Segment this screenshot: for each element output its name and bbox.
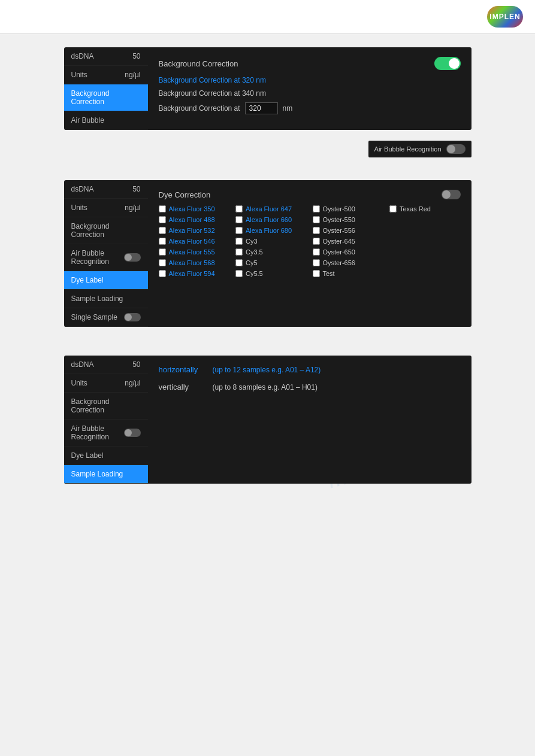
background-correction-row: Background Correction — [159, 57, 461, 70]
dye-alexa647: Alexa Fluor 647 — [235, 205, 307, 212]
dye-alexa546: Alexa Fluor 546 — [159, 238, 230, 245]
air-bubble-bar: Air Bubble Recognition — [64, 141, 471, 157]
checkbox-alexa350[interactable] — [159, 205, 166, 212]
checkbox-oyster550[interactable] — [313, 216, 320, 223]
dye-alexa350: Alexa Fluor 350 — [159, 205, 230, 212]
panel-dye-label: dsDNA 50 Units ng/µl Background Correcti… — [64, 180, 471, 327]
sidebar2-dsdna[interactable]: dsDNA 50 — [64, 180, 148, 199]
sidebar2-singlesample[interactable]: Single Sample — [64, 308, 148, 327]
dye-oyster650: Oyster-650 — [313, 248, 384, 256]
dye-empty3 — [389, 238, 461, 245]
sidebar3-units[interactable]: Units ng/µl — [64, 374, 148, 393]
dye-empty2 — [389, 227, 461, 234]
checkbox-test[interactable] — [313, 270, 320, 277]
checkbox-cy3[interactable] — [235, 238, 243, 245]
sidebar-panel3: dsDNA 50 Units ng/µl Background Correcti… — [64, 356, 148, 484]
sidebar2-background[interactable]: Background Correction — [64, 217, 148, 244]
sidebar-item-units[interactable]: Units ng/µl — [64, 66, 148, 84]
implen-logo: IMPLEN — [487, 6, 523, 28]
dye-empty5 — [389, 259, 461, 266]
checkbox-alexa568[interactable] — [159, 259, 166, 266]
checkbox-alexa488[interactable] — [159, 216, 166, 223]
header: IMPLEN — [0, 0, 535, 34]
correction-text-340: Background Correction at 340 nm — [159, 89, 461, 98]
checkbox-texasred[interactable] — [389, 205, 397, 212]
sidebar3-dyelabel[interactable]: Dye Label — [64, 447, 148, 465]
checkbox-oyster645[interactable] — [313, 238, 320, 245]
dye-empty1 — [389, 216, 461, 223]
air-bubble-toggle[interactable] — [446, 144, 466, 154]
sample-horizontal-row: horizontally (up to 12 samples e.g. A01 … — [159, 365, 461, 374]
sidebar3-airbubble[interactable]: Air Bubble Recognition — [64, 420, 148, 447]
sidebar2-dyelabel[interactable]: Dye Label — [64, 271, 148, 290]
dye-oyster556: Oyster-556 — [313, 227, 384, 234]
correction-link-320[interactable]: Background Correction at 320 nm — [159, 76, 461, 84]
sidebar-panel1: dsDNA 50 Units ng/µl Background Correcti… — [64, 47, 148, 130]
dye-cy3: Cy3 — [235, 238, 307, 245]
panel-background-correction: dsDNA 50 Units ng/µl Background Correcti… — [64, 47, 471, 130]
sidebar3-sampleloading[interactable]: Sample Loading — [64, 465, 148, 484]
dye-oyster500: Oyster-500 — [313, 205, 384, 212]
dye-alexa488: Alexa Fluor 488 — [159, 216, 230, 223]
dye-alexa555: Alexa Fluor 555 — [159, 248, 230, 256]
checkbox-cy35[interactable] — [235, 248, 243, 256]
background-correction-toggle[interactable] — [434, 57, 461, 70]
sidebar3-dsdna[interactable]: dsDNA 50 — [64, 356, 148, 374]
checkbox-oyster656[interactable] — [313, 259, 320, 266]
sidebar-item-airbubble[interactable]: Air Bubble — [64, 111, 148, 130]
sidebar-panel2: dsDNA 50 Units ng/µl Background Correcti… — [64, 180, 148, 327]
checkbox-alexa555[interactable] — [159, 248, 166, 256]
sidebar3-background[interactable]: Background Correction — [64, 393, 148, 420]
dye-texasred: Texas Red — [389, 205, 461, 212]
checkbox-cy55[interactable] — [235, 270, 243, 277]
dye-test: Test — [313, 270, 384, 277]
dye-alexa568: Alexa Fluor 568 — [159, 259, 230, 266]
checkbox-alexa532[interactable] — [159, 227, 166, 234]
main-panel3: horizontally (up to 12 samples e.g. A01 … — [148, 356, 471, 484]
dye-cy5: Cy5 — [235, 259, 307, 266]
dye-oyster645: Oyster-645 — [313, 238, 384, 245]
checkbox-alexa660[interactable] — [235, 216, 243, 223]
sidebar3-airbubble-toggle[interactable] — [124, 429, 141, 437]
dye-alexa660: Alexa Fluor 660 — [235, 216, 307, 223]
dye-cy35: Cy3.5 — [235, 248, 307, 256]
checkbox-oyster500[interactable] — [313, 205, 320, 212]
desc-horizontal: (up to 12 samples e.g. A01 – A12) — [213, 366, 321, 374]
nm-input[interactable] — [245, 102, 278, 114]
correction-custom-row: Background Correction at nm — [159, 102, 461, 114]
dye-correction-toggle[interactable] — [442, 190, 461, 199]
air-bubble-box: Air Bubble Recognition — [368, 141, 471, 157]
dye-oyster550: Oyster-550 — [313, 216, 384, 223]
dye-alexa680: Alexa Fluor 680 — [235, 227, 307, 234]
sidebar2-airbubble-toggle[interactable] — [124, 253, 141, 262]
sidebar2-sampleloading[interactable]: Sample Loading — [64, 290, 148, 308]
dye-alexa532: Alexa Fluor 532 — [159, 227, 230, 234]
checkbox-alexa647[interactable] — [235, 205, 243, 212]
dye-grid: Alexa Fluor 350 Alexa Fluor 647 Oyster-5… — [159, 205, 461, 277]
checkbox-alexa680[interactable] — [235, 227, 243, 234]
sidebar2-singlesample-toggle[interactable] — [124, 313, 141, 321]
checkbox-alexa594[interactable] — [159, 270, 166, 277]
direction-vertical[interactable]: vertically — [159, 382, 213, 391]
main-panel1: Background Correction Background Correct… — [148, 47, 471, 130]
panel-sample-loading: dsDNA 50 Units ng/µl Background Correcti… — [64, 356, 471, 484]
sample-vertical-row: vertically (up to 8 samples e.g. A01 – H… — [159, 382, 461, 391]
dye-correction-row: Dye Correction — [159, 190, 461, 199]
checkbox-alexa546[interactable] — [159, 238, 166, 245]
desc-vertical: (up to 8 samples e.g. A01 – H01) — [213, 383, 318, 391]
sidebar-item-background[interactable]: Background Correction — [64, 84, 148, 111]
checkbox-oyster556[interactable] — [313, 227, 320, 234]
air-bubble-label: Air Bubble Recognition — [374, 145, 442, 153]
dye-alexa594: Alexa Fluor 594 — [159, 270, 230, 277]
dye-cy55: Cy5.5 — [235, 270, 307, 277]
direction-horizontal[interactable]: horizontally — [159, 365, 213, 374]
dye-empty4 — [389, 248, 461, 256]
sidebar2-airbubble[interactable]: Air Bubble Recognition — [64, 244, 148, 271]
sidebar2-units[interactable]: Units ng/µl — [64, 199, 148, 217]
dye-empty6 — [389, 270, 461, 277]
dye-oyster656: Oyster-656 — [313, 259, 384, 266]
checkbox-oyster650[interactable] — [313, 248, 320, 256]
main-panel2: Dye Correction Alexa Fluor 350 Alexa Flu… — [148, 180, 471, 327]
sidebar-item-dsdna[interactable]: dsDNA 50 — [64, 47, 148, 66]
checkbox-cy5[interactable] — [235, 259, 243, 266]
